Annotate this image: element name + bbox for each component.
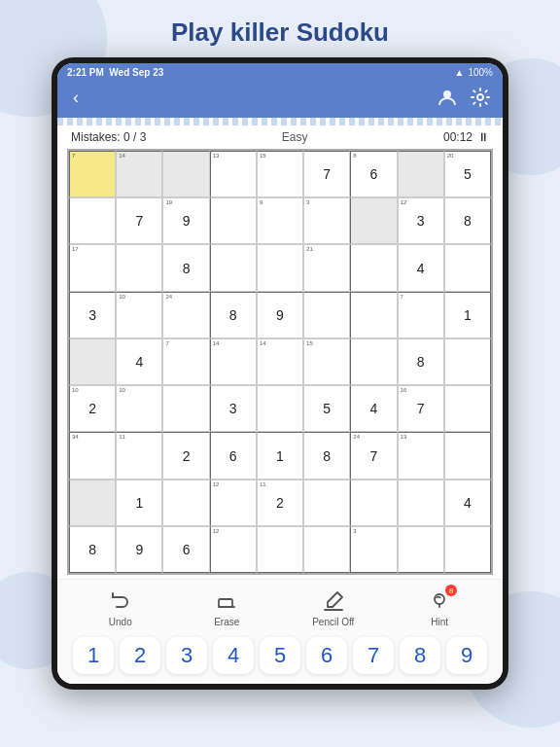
cell-corner-r4-c4: 14 [260,340,266,346]
profile-icon[interactable] [435,85,460,110]
pause-icon[interactable]: ⏸ [477,130,489,144]
cell-r7-c6[interactable] [350,480,397,526]
cell-r6-c0[interactable]: 34 [69,432,116,479]
cell-r5-c0[interactable]: 102 [69,385,116,432]
num-button-3[interactable]: 3 [166,637,207,674]
settings-icon[interactable] [468,85,493,110]
cell-r6-c8[interactable] [444,432,491,479]
cell-r2-c4[interactable] [257,244,303,291]
cell-r5-c7[interactable]: 167 [398,385,444,432]
cell-r0-c7[interactable] [398,151,444,197]
cell-r4-c0[interactable] [69,338,116,385]
cell-r3-c4[interactable]: 9 [257,292,303,338]
num-button-6[interactable]: 6 [306,637,347,674]
cell-r2-c8[interactable] [444,244,491,291]
num-button-2[interactable]: 2 [120,637,160,674]
num-button-4[interactable]: 4 [213,637,254,674]
cell-r7-c8[interactable]: 4 [444,480,491,526]
cell-r5-c5[interactable]: 5 [303,385,350,432]
cell-r8-c6[interactable]: 3 [350,526,397,573]
cell-r8-c2[interactable]: 6 [162,526,209,573]
erase-button[interactable]: Erase [174,587,281,627]
cell-r4-c8[interactable] [444,338,491,385]
cell-r0-c8[interactable]: 205 [444,151,491,197]
cell-r3-c1[interactable]: 10 [116,292,162,338]
cell-r3-c8[interactable]: 1 [444,292,491,338]
cell-r6-c2[interactable]: 2 [162,432,209,479]
num-button-8[interactable]: 8 [400,637,440,674]
cell-r3-c7[interactable]: 7 [398,292,444,338]
cell-r5-c4[interactable] [257,385,303,432]
cell-r6-c7[interactable]: 13 [398,432,444,479]
cell-r7-c0[interactable] [69,480,116,526]
undo-button[interactable]: Undo [67,587,174,627]
cell-r0-c3[interactable]: 13 [210,151,257,197]
cell-r4-c3[interactable]: 14 [210,338,257,385]
cell-r7-c7[interactable] [398,480,444,526]
cell-r2-c5[interactable]: 21 [303,244,350,291]
cell-r4-c2[interactable]: 7 [162,338,209,385]
cell-r3-c0[interactable]: 3 [69,292,116,338]
num-button-5[interactable]: 5 [260,637,300,674]
cell-r1-c0[interactable] [69,197,116,244]
cell-r7-c4[interactable]: 112 [257,480,303,526]
cell-r5-c8[interactable] [444,385,491,432]
cell-r3-c3[interactable]: 8 [210,292,257,338]
cell-r6-c3[interactable]: 6 [210,432,257,479]
cell-r0-c5[interactable]: 7 [303,151,350,197]
cell-r3-c2[interactable]: 24 [162,292,209,338]
cell-r6-c6[interactable]: 247 [350,432,397,479]
num-button-7[interactable]: 7 [353,637,394,674]
cell-r8-c1[interactable]: 9 [116,526,162,573]
cell-r1-c8[interactable]: 8 [444,197,491,244]
num-button-1[interactable]: 1 [73,637,114,674]
hint-button[interactable]: 8 Hint [387,587,494,627]
cell-r0-c6[interactable]: 86 [350,151,397,197]
cell-r8-c4[interactable] [257,526,303,573]
cell-r1-c7[interactable]: 123 [398,197,444,244]
cell-r1-c2[interactable]: 199 [162,197,209,244]
cell-r1-c4[interactable]: 9 [257,197,303,244]
cell-r6-c5[interactable]: 8 [303,432,350,479]
cell-r0-c2[interactable] [162,151,209,197]
cell-r4-c5[interactable]: 15 [303,338,350,385]
cell-r5-c1[interactable]: 10 [116,385,162,432]
cell-r7-c1[interactable]: 1 [116,480,162,526]
cell-r8-c5[interactable] [303,526,350,573]
cell-r2-c2[interactable]: 8 [162,244,209,291]
num-button-9[interactable]: 9 [446,637,487,674]
cell-r5-c6[interactable]: 4 [350,385,397,432]
cell-r7-c5[interactable] [303,480,350,526]
cell-r2-c6[interactable] [350,244,397,291]
cell-r8-c3[interactable]: 12 [210,526,257,573]
cell-r0-c0[interactable]: 7 [69,151,116,197]
cell-r2-c7[interactable]: 4 [398,244,444,291]
cell-r6-c1[interactable]: 11 [116,432,162,479]
cell-r5-c2[interactable] [162,385,209,432]
cell-corner-r5-c7: 16 [401,387,407,393]
cell-r1-c3[interactable] [210,197,257,244]
cell-r7-c2[interactable] [162,480,209,526]
cell-r3-c5[interactable] [303,292,350,338]
cell-r0-c4[interactable]: 15 [257,151,303,197]
back-button[interactable]: ‹ [67,86,85,110]
cell-r2-c1[interactable] [116,244,162,291]
cell-r4-c7[interactable]: 8 [398,338,444,385]
cell-r8-c0[interactable]: 8 [69,526,116,573]
pencil-button[interactable]: Pencil Off [280,587,387,627]
cell-r0-c1[interactable]: 14 [116,151,162,197]
cell-r4-c4[interactable]: 14 [257,338,303,385]
cell-r4-c6[interactable] [350,338,397,385]
cell-r8-c7[interactable] [398,526,444,573]
cell-r2-c3[interactable] [210,244,257,291]
cell-r1-c5[interactable]: 3 [303,197,350,244]
cell-r6-c4[interactable]: 1 [257,432,303,479]
cell-r2-c0[interactable]: 17 [69,244,116,291]
cell-r5-c3[interactable]: 3 [210,385,257,432]
cell-r7-c3[interactable]: 12 [210,480,257,526]
cell-r1-c6[interactable] [350,197,397,244]
cell-r3-c6[interactable] [350,292,397,338]
cell-r4-c1[interactable]: 4 [116,338,162,385]
cell-r8-c8[interactable] [444,526,491,573]
cell-r1-c1[interactable]: 7 [116,197,162,244]
